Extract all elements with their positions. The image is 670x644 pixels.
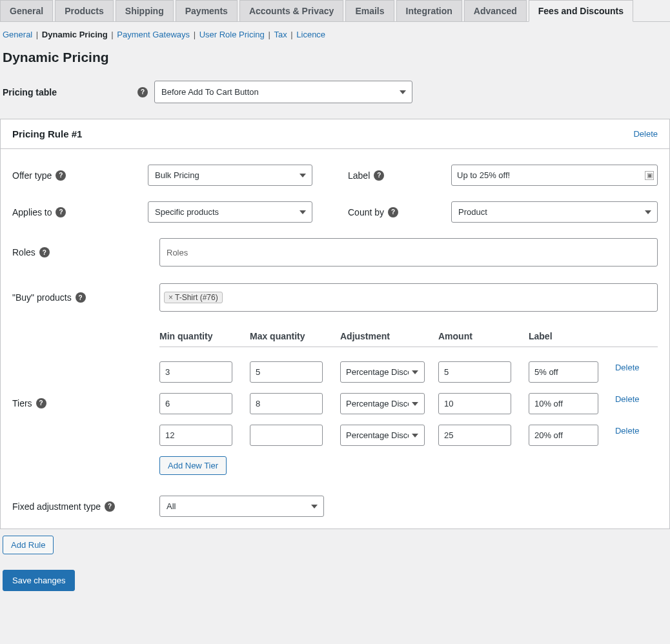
tier-amount-input[interactable] <box>438 393 511 414</box>
page-title: Dynamic Pricing <box>0 50 670 65</box>
help-icon[interactable]: ? <box>374 170 384 181</box>
roles-placeholder: Roles <box>164 247 190 259</box>
tier-adjustment-select[interactable]: Percentage Discount <box>340 425 425 446</box>
tier-amount-input[interactable] <box>438 425 511 446</box>
main-tabs: GeneralProductsShippingPaymentsAccounts … <box>0 0 670 22</box>
fixed-adjustment-select[interactable]: All <box>159 496 324 517</box>
tier-delete-link[interactable]: Delete <box>615 393 658 404</box>
subnav-licence[interactable]: Licence <box>296 30 325 39</box>
tier-adjustment-select[interactable]: Percentage Discount <box>340 393 425 414</box>
tier-amount-input[interactable] <box>438 361 511 383</box>
subnav-tax[interactable]: Tax <box>274 30 287 39</box>
main-tab-products[interactable]: Products <box>55 0 114 22</box>
pricing-table-select-wrap: Before Add To Cart Button <box>154 81 412 103</box>
tier-label-input[interactable] <box>529 361 598 383</box>
help-icon[interactable]: ? <box>56 170 66 181</box>
help-icon[interactable]: ? <box>56 207 66 217</box>
main-tab-advanced[interactable]: Advanced <box>464 0 527 22</box>
help-icon[interactable]: ? <box>76 292 86 303</box>
subnav-general[interactable]: General <box>3 30 32 39</box>
buy-products-label: "Buy" products ? <box>12 283 159 312</box>
subnav-dynamic-pricing: Dynamic Pricing <box>42 30 108 39</box>
tier-row: Percentage DiscountDelete <box>159 361 658 383</box>
main-tab-emails[interactable]: Emails <box>345 0 394 22</box>
help-icon[interactable]: ? <box>388 207 398 217</box>
pricing-rule-panel: Pricing Rule #1 Delete Offer type ? Bulk… <box>0 119 670 529</box>
roles-input[interactable]: Roles <box>159 238 658 267</box>
tier-delete-link[interactable]: Delete <box>615 425 658 436</box>
roles-label: Roles ? <box>12 238 159 267</box>
tier-max-input[interactable] <box>250 393 323 414</box>
tiers-col-max: Max quantity <box>250 331 331 341</box>
tier-label-input[interactable] <box>529 393 598 414</box>
tier-delete-link[interactable]: Delete <box>615 361 658 372</box>
subnav-user-role-pricing[interactable]: User Role Pricing <box>199 30 265 39</box>
pricing-table-label-text: Pricing table <box>3 87 57 97</box>
applies-to-select[interactable]: Specific products <box>148 201 312 223</box>
row-buy-products: "Buy" products ? × T-Shirt (#76) <box>12 283 658 312</box>
help-icon[interactable]: ? <box>36 398 46 408</box>
tag-remove-icon[interactable]: × <box>168 293 173 302</box>
tier-max-input[interactable] <box>250 361 323 383</box>
rule-delete-link[interactable]: Delete <box>633 129 658 139</box>
subnav-payment-gateways[interactable]: Payment Gateways <box>117 30 190 39</box>
product-tag[interactable]: × T-Shirt (#76) <box>164 292 223 303</box>
pricing-table-label: Pricing table ? <box>3 87 148 97</box>
tier-row: Percentage DiscountDelete <box>159 393 658 414</box>
pricing-table-select[interactable]: Before Add To Cart Button <box>154 81 412 103</box>
tiers-col-adj: Adjustment <box>340 331 429 341</box>
add-tier-button[interactable]: Add New Tier <box>159 456 227 475</box>
applies-to-label: Applies to ? <box>12 207 148 217</box>
add-rule-button[interactable]: Add Rule <box>3 536 54 554</box>
fixed-adjustment-label: Fixed adjustment type ? <box>12 501 159 512</box>
tiers-header: Min quantity Max quantity Adjustment Amo… <box>159 331 658 341</box>
offer-type-select[interactable]: Bulk Pricing <box>148 165 312 186</box>
product-tag-label: T-Shirt (#76) <box>175 293 218 302</box>
main-tab-payments[interactable]: Payments <box>176 0 238 22</box>
tier-min-input[interactable] <box>159 361 232 383</box>
sub-nav: General | Dynamic Pricing | Payment Gate… <box>0 22 670 45</box>
tier-row: Percentage DiscountDelete <box>159 425 658 446</box>
row-roles: Roles ? Roles <box>12 238 658 267</box>
help-icon[interactable]: ? <box>39 247 50 257</box>
main-tab-fees-and-discounts[interactable]: Fees and Discounts <box>529 0 633 22</box>
tiers-col-label: Label <box>529 331 606 341</box>
tier-label-input[interactable] <box>529 425 598 446</box>
label-input[interactable] <box>451 165 658 186</box>
input-cap-icon: ▣ <box>645 171 654 180</box>
rule-title: Pricing Rule #1 <box>12 128 82 139</box>
tiers-label: Tiers ? <box>12 331 159 475</box>
row-fixed-adjustment: Fixed adjustment type ? All <box>12 496 658 517</box>
main-tab-general[interactable]: General <box>0 0 53 22</box>
buy-products-input[interactable]: × T-Shirt (#76) <box>159 283 658 312</box>
help-icon[interactable]: ? <box>137 87 148 97</box>
tiers-col-amount: Amount <box>438 331 520 341</box>
offer-type-label: Offer type ? <box>12 170 148 181</box>
row-tiers: Tiers ? Min quantity Max quantity Adjust… <box>12 331 658 475</box>
main-tab-integration[interactable]: Integration <box>396 0 462 22</box>
tier-max-input[interactable] <box>250 425 323 446</box>
help-icon[interactable]: ? <box>105 501 115 512</box>
row-applies-count: Applies to ? Specific products Count by <box>12 201 658 223</box>
tiers-col-min: Min quantity <box>159 331 241 341</box>
pricing-table-row: Pricing table ? Before Add To Cart Butto… <box>0 81 670 103</box>
main-tab-shipping[interactable]: Shipping <box>116 0 174 22</box>
rule-header: Pricing Rule #1 Delete <box>1 119 669 149</box>
label-field-label: Label ? <box>348 170 451 181</box>
count-by-select[interactable]: Product <box>451 201 658 223</box>
main-tab-accounts-privacy[interactable]: Accounts & Privacy <box>239 0 344 22</box>
row-offer-label: Offer type ? Bulk Pricing Label <box>12 165 658 186</box>
count-by-label: Count by ? <box>348 207 451 217</box>
save-changes-button[interactable]: Save changes <box>3 570 75 591</box>
tier-min-input[interactable] <box>159 393 232 414</box>
tier-adjustment-select[interactable]: Percentage Discount <box>340 361 425 383</box>
tier-min-input[interactable] <box>159 425 232 446</box>
